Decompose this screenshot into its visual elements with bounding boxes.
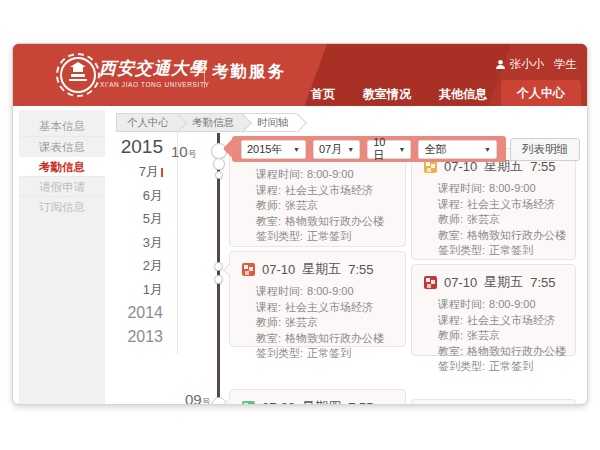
breadcrumb-personal-center[interactable]: 个人中心 (116, 113, 177, 132)
card-header: 07-09 星期四 7:55 (230, 390, 405, 405)
card-row-course: 课程:社会主义市场经济 (256, 183, 397, 199)
card-row-teacher: 教师:张芸京 (438, 212, 567, 228)
row-value: 8:00-9:00 (307, 168, 353, 180)
scale-year-2014[interactable]: 2014 (108, 301, 163, 325)
user-chip[interactable]: 张小小 学生 (495, 57, 578, 72)
timeline-node (215, 171, 223, 179)
day-select[interactable]: 10日 ▼ (367, 140, 411, 159)
breadcrumb: 个人中心 考勤信息 时间轴 (116, 113, 297, 132)
attendance-card: 07-10 星期五 7:55 课程时间:8:00-9:00 课程:社会主义市场经… (229, 251, 406, 347)
attendance-card-partial (411, 399, 576, 405)
scale-month-label: 7月 (139, 164, 159, 179)
nav-item-other-info[interactable]: 其他信息 (425, 82, 501, 106)
university-name-cn: 西安交通大學 (99, 57, 207, 80)
current-month-indicator (161, 168, 163, 177)
card-details: 课程时间:8:00-9:00 课程:社会主义市场经济 教师:张芸京 教室:格物致… (412, 295, 575, 375)
row-label: 教师: (256, 199, 281, 211)
card-row-time: 课程时间:8:00-9:00 (438, 181, 567, 197)
filter-bar: 2015年 ▼ 07月 ▼ 10日 ▼ 全部 ▼ (232, 136, 506, 162)
timeline-node (214, 275, 223, 284)
row-value: 正常签到 (307, 230, 351, 242)
row-value: 社会主义市场经济 (467, 314, 555, 326)
attendance-card: 07-10 星期五 7:55 课程时间:8:00-9:00 课程:社会主义市场经… (411, 264, 576, 356)
card-header: 07-10 星期五 7:55 (412, 265, 575, 295)
sidebar-item-subscription-info[interactable]: 订阅信息 (19, 196, 105, 216)
card-date: 07-09 (262, 400, 295, 406)
row-label: 教师: (256, 316, 281, 328)
day-marker-10: 10号 (171, 143, 197, 161)
day-select-value: 10日 (373, 136, 394, 163)
row-label: 教室: (438, 345, 463, 357)
calendar-icon (424, 276, 437, 289)
sidebar-item-schedule-info[interactable]: 课表信息 (19, 136, 105, 156)
card-row-teacher: 教师:张芸京 (256, 315, 397, 331)
calendar-icon (242, 263, 255, 276)
row-label: 签到类型: (438, 360, 485, 372)
card-row-course: 课程:社会主义市场经济 (438, 197, 567, 213)
scale-month-jul[interactable]: 7月 (108, 160, 163, 184)
sidebar-item-attendance-info[interactable]: 考勤信息 (19, 156, 105, 176)
timeline-scale: 2015 7月 6月 5月 3月 2月 1月 2014 2013 (108, 134, 163, 348)
attendance-card: 07-09 星期四 7:55 (229, 389, 406, 405)
row-label: 教室: (256, 332, 281, 344)
sidebar-item-basic-info[interactable]: 基本信息 (19, 116, 105, 136)
card-row-teacher: 教师:张芸京 (438, 328, 567, 344)
row-label: 教师: (438, 329, 463, 341)
scale-month-jun[interactable]: 6月 (108, 184, 163, 208)
nav-item-home[interactable]: 首页 (297, 82, 349, 106)
row-value: 正常签到 (489, 360, 533, 372)
day-suffix: 号 (188, 149, 197, 159)
list-detail-button[interactable]: 列表明细 (510, 138, 580, 161)
chevron-down-icon: ▼ (399, 146, 406, 153)
person-icon (495, 59, 506, 70)
year-select-value: 2015年 (247, 142, 282, 157)
nav-item-classrooms[interactable]: 教室情况 (349, 82, 425, 106)
card-row-course: 课程:社会主义市场经济 (438, 313, 567, 329)
card-row-sign-type: 签到类型:正常签到 (438, 359, 567, 375)
card-time: 7:55 (530, 275, 555, 290)
scale-month-may[interactable]: 5月 (108, 207, 163, 231)
scale-year-2015[interactable]: 2015 (108, 134, 163, 160)
row-value: 格物致知行政办公楼 (285, 332, 384, 344)
month-select-value: 07月 (319, 142, 342, 157)
nav-item-personal-center[interactable]: 个人中心 (501, 80, 581, 106)
sidebar: 基本信息 课表信息 考勤信息 请假申请 订阅信息 (19, 110, 105, 404)
scale-month-feb[interactable]: 2月 (108, 254, 163, 278)
card-details: 课程时间:8:00-9:00 课程:社会主义市场经济 教师:张芸京 教室:格物致… (230, 282, 405, 362)
day-suffix: 号 (202, 397, 211, 405)
row-label: 教室: (256, 215, 281, 227)
app-title: 考勤服务 (212, 61, 286, 83)
card-header: 07-10 星期五 7:55 (230, 252, 405, 282)
card-row-course: 课程:社会主义市场经济 (256, 300, 397, 316)
scale-month-jan[interactable]: 1月 (108, 278, 163, 302)
row-value: 正常签到 (489, 244, 533, 256)
type-select-value: 全部 (424, 142, 446, 157)
logo-tower-body (73, 66, 83, 72)
row-label: 课程时间: (438, 298, 485, 310)
month-select[interactable]: 07月 ▼ (313, 140, 360, 159)
app-window: 西安交通大學 XI'AN JIAO TONG UNIVERSITY 考勤服务 张… (12, 43, 588, 405)
scale-year-2013[interactable]: 2013 (108, 325, 163, 349)
sidebar-item-leave-request[interactable]: 请假申请 (19, 176, 105, 196)
row-label: 课程时间: (256, 285, 303, 297)
card-row-room: 教室:格物致知行政办公楼 (438, 228, 567, 244)
chevron-down-icon: ▼ (347, 146, 354, 153)
logo-tower-steps (69, 79, 87, 81)
attendance-card: 07-10 星期五 7:55 课程时间:8:00-9:00 课程:社会主义市场经… (411, 148, 576, 260)
day-number: 10 (171, 143, 188, 160)
type-select[interactable]: 全部 ▼ (418, 140, 497, 159)
row-value: 正常签到 (307, 347, 351, 359)
card-row-room: 教室:格物致知行政办公楼 (438, 344, 567, 360)
year-select[interactable]: 2015年 ▼ (241, 140, 306, 159)
user-role: 学生 (554, 57, 577, 72)
card-row-teacher: 教师:张芸京 (256, 198, 397, 214)
card-row-time: 课程时间:8:00-9:00 (438, 297, 567, 313)
card-date: 07-10 (444, 275, 477, 290)
card-row-time: 课程时间:8:00-9:00 (256, 167, 397, 183)
day-number: 09 (185, 391, 202, 405)
row-value: 张芸京 (467, 213, 500, 225)
title-divider (204, 61, 205, 88)
card-row-room: 教室:格物致知行政办公楼 (256, 214, 397, 230)
card-time: 7:55 (348, 400, 373, 406)
scale-month-mar[interactable]: 3月 (108, 231, 163, 255)
